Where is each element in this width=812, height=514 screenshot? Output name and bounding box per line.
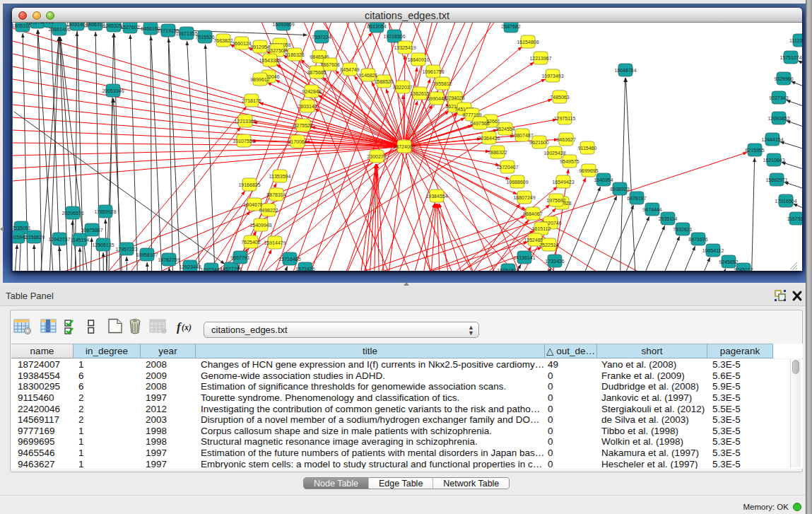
svg-text:8186328: 8186328 xyxy=(285,52,304,57)
svg-text:9899612: 9899612 xyxy=(250,77,269,82)
svg-text:9621600: 9621600 xyxy=(529,140,548,145)
svg-text:6479197: 6479197 xyxy=(627,196,646,201)
svg-text:20364436: 20364436 xyxy=(478,136,500,141)
svg-text:7955812: 7955812 xyxy=(433,81,452,86)
svg-text:15720407: 15720407 xyxy=(496,165,518,170)
svg-text:12444154: 12444154 xyxy=(761,137,783,142)
svg-text:1975692: 1975692 xyxy=(546,198,565,203)
svg-text:1588520: 1588520 xyxy=(374,79,393,84)
svg-text:17859928: 17859928 xyxy=(94,209,116,214)
svg-text:6497568: 6497568 xyxy=(470,121,489,126)
svg-text:6990448: 6990448 xyxy=(427,96,446,101)
svg-text:2300273: 2300273 xyxy=(367,154,386,159)
svg-text:9115460: 9115460 xyxy=(578,146,597,151)
svg-text:20053346: 20053346 xyxy=(102,88,124,93)
svg-text:9146821: 9146821 xyxy=(358,73,377,78)
svg-text:10807487: 10807487 xyxy=(511,133,533,138)
svg-text:16782759: 16782759 xyxy=(158,257,180,262)
svg-text:20891406: 20891406 xyxy=(48,27,70,32)
svg-text:19384554: 19384554 xyxy=(425,194,447,199)
svg-text:14136141: 14136141 xyxy=(513,255,535,260)
svg-text:12213967: 12213967 xyxy=(529,56,551,61)
svg-text:6794028: 6794028 xyxy=(445,95,464,100)
svg-text:20206576: 20206576 xyxy=(61,211,83,216)
svg-text:10107553: 10107553 xyxy=(233,139,254,144)
svg-text:30975867: 30975867 xyxy=(81,228,102,233)
svg-text:1733426: 1733426 xyxy=(545,259,564,264)
svg-text:8454749: 8454749 xyxy=(340,67,359,72)
svg-text:8938923: 8938923 xyxy=(610,187,629,192)
svg-text:11123804: 11123804 xyxy=(789,38,802,43)
svg-text:9777169: 9777169 xyxy=(462,112,481,117)
svg-text:8813054: 8813054 xyxy=(367,24,386,29)
svg-text:9242848: 9242848 xyxy=(302,89,321,94)
svg-text:18577791: 18577791 xyxy=(220,267,242,271)
svg-text:10973493: 10973493 xyxy=(541,74,563,78)
svg-text:12923448: 12923448 xyxy=(179,264,201,269)
svg-text:18640910: 18640910 xyxy=(407,57,429,62)
svg-text:10958107: 10958107 xyxy=(136,252,158,257)
svg-text:1167534: 1167534 xyxy=(787,216,802,221)
svg-text:1573426: 1573426 xyxy=(295,267,314,271)
svg-text:9498222: 9498222 xyxy=(259,208,278,213)
svg-text:9463627: 9463627 xyxy=(556,137,575,142)
svg-text:12213369: 12213369 xyxy=(234,119,256,124)
svg-text:2535051: 2535051 xyxy=(13,226,31,230)
svg-text:10654112: 10654112 xyxy=(702,248,724,253)
svg-text:7625402: 7625402 xyxy=(241,240,260,245)
svg-text:16210643: 16210643 xyxy=(763,158,784,163)
svg-text:7357224: 7357224 xyxy=(312,35,331,40)
svg-text:16033809: 16033809 xyxy=(272,23,294,27)
svg-text:2803144: 2803144 xyxy=(298,104,317,109)
svg-text:8471676: 8471676 xyxy=(688,237,707,242)
svg-text:9549575: 9549575 xyxy=(560,159,579,164)
svg-text:15409948: 15409948 xyxy=(249,223,271,228)
svg-text:(x): (x) xyxy=(182,322,192,332)
svg-text:18031404: 18031404 xyxy=(66,23,88,27)
svg-text:1615112: 1615112 xyxy=(532,226,551,231)
svg-text:1640954: 1640954 xyxy=(594,177,613,182)
svg-text:2935114: 2935114 xyxy=(659,216,678,221)
svg-text:10688609: 10688609 xyxy=(506,180,528,185)
svg-text:11353594: 11353594 xyxy=(269,174,291,179)
svg-text:12505135: 12505135 xyxy=(92,243,114,247)
svg-text:16154808: 16154808 xyxy=(517,40,539,45)
svg-text:10025438: 10025438 xyxy=(543,151,565,156)
svg-text:2687682: 2687682 xyxy=(501,24,520,29)
svg-text:7515526: 7515526 xyxy=(195,35,214,40)
svg-text:10923448: 10923448 xyxy=(200,267,222,271)
svg-text:9170064: 9170064 xyxy=(288,139,307,144)
svg-text:9327508: 9327508 xyxy=(267,48,286,53)
svg-text:3660124: 3660124 xyxy=(232,41,251,46)
svg-text:9657791: 9657791 xyxy=(230,255,249,260)
svg-text:2718176: 2718176 xyxy=(242,98,261,103)
svg-text:9699695: 9699695 xyxy=(579,168,598,173)
svg-text:9227343: 9227343 xyxy=(769,95,788,100)
svg-text:13325419: 13325419 xyxy=(394,45,416,50)
svg-text:12093852: 12093852 xyxy=(767,116,789,121)
svg-text:16543382: 16543382 xyxy=(259,58,281,63)
svg-text:9329966: 9329966 xyxy=(774,76,793,81)
svg-text:9474444: 9474444 xyxy=(642,207,661,212)
svg-text:15692971: 15692971 xyxy=(765,177,787,182)
svg-text:8322037: 8322037 xyxy=(393,85,412,90)
svg-text:18151876: 18151876 xyxy=(497,268,519,271)
svg-text:17016504: 17016504 xyxy=(775,199,796,204)
svg-text:2867608: 2867608 xyxy=(320,62,339,67)
svg-text:7886322: 7886322 xyxy=(488,150,507,155)
svg-text:12942737: 12942737 xyxy=(48,237,70,242)
svg-text:9884067: 9884067 xyxy=(523,211,542,216)
svg-text:17957223: 17957223 xyxy=(115,247,137,252)
svg-text:11156829: 11156829 xyxy=(23,235,45,240)
svg-text:1527602: 1527602 xyxy=(120,25,139,30)
svg-text:16914479: 16914479 xyxy=(264,240,286,245)
svg-text:3624554: 3624554 xyxy=(495,127,514,132)
svg-text:9245652: 9245652 xyxy=(719,259,738,264)
svg-text:19166825: 19166825 xyxy=(238,182,260,187)
svg-text:15751074: 15751074 xyxy=(779,55,801,60)
svg-text:16648784: 16648784 xyxy=(614,68,636,73)
svg-text:8215955: 8215955 xyxy=(745,148,764,153)
svg-text:18724007: 18724007 xyxy=(393,144,415,149)
svg-text:1145194: 1145194 xyxy=(71,238,90,243)
svg-text:7485063: 7485063 xyxy=(550,95,569,100)
